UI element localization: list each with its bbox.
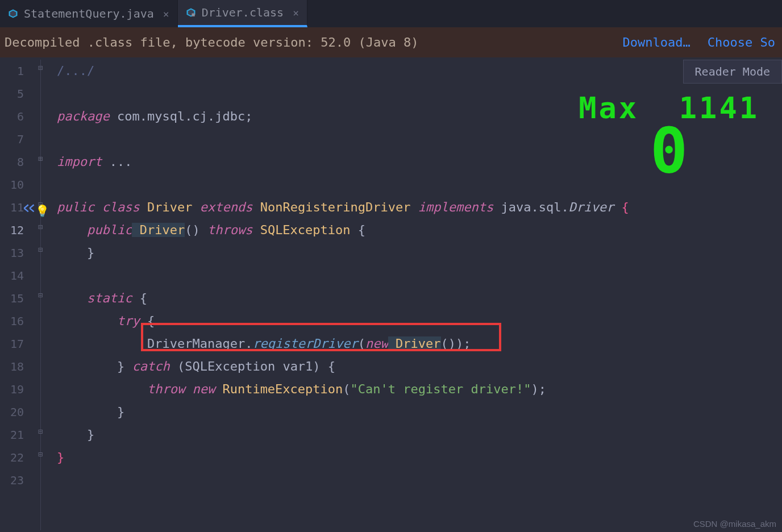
code-content[interactable]: /.../ package com.mysql.cj.jdbc; import … — [57, 57, 782, 530]
fold-marker-icon[interactable]: ⊟ — [37, 292, 44, 298]
line-number: 23 — [0, 469, 24, 492]
line-number: 13 — [0, 242, 24, 264]
line-number: 6 — [0, 105, 24, 128]
choose-sources-link[interactable]: Choose So — [708, 35, 775, 49]
tab-label: StatementQuery.java — [24, 7, 154, 20]
banner-text: Decompiled .class file, bytecode version… — [5, 35, 418, 49]
line-number: 16 — [0, 310, 24, 332]
tab-driver[interactable]: Driver.class × — [178, 0, 307, 27]
fold-marker-icon[interactable]: ⊟ — [37, 223, 44, 230]
editor-area[interactable]: 156781011121314151617181920212223 ⊟ ⊞ ⊟ … — [0, 57, 782, 530]
lightbulb-icon[interactable]: 💡 — [35, 200, 49, 222]
line-number: 7 — [0, 128, 24, 151]
line-number: 17 — [0, 332, 24, 355]
implements-gutter-icon[interactable] — [23, 198, 35, 206]
fold-marker-icon[interactable]: ⊟ — [37, 428, 44, 435]
line-number: 8 — [0, 151, 24, 173]
watermark: CSDN @mikasa_akm — [693, 519, 776, 529]
line-number: 14 — [0, 264, 24, 287]
close-icon[interactable]: × — [163, 8, 169, 20]
decompile-banner: Decompiled .class file, bytecode version… — [0, 27, 782, 57]
download-link[interactable]: Download… — [623, 35, 691, 49]
fold-marker-icon[interactable]: ⊞ — [37, 155, 44, 162]
line-number: 5 — [0, 82, 24, 105]
editor-tabs: StatementQuery.java × Driver.class × — [0, 0, 782, 27]
line-number: 20 — [0, 401, 24, 423]
fold-gutter: ⊟ ⊞ ⊟ ⊟ ⊟ ⊟ ⊟ ⊟ 💡 — [24, 57, 57, 530]
tab-statementquery[interactable]: StatementQuery.java × — [0, 0, 178, 27]
line-number: 1 — [0, 60, 24, 82]
fold-marker-icon[interactable]: ⊟ — [37, 451, 44, 458]
line-number: 15 — [0, 287, 24, 310]
fold-marker-icon[interactable]: ⊟ — [37, 64, 44, 71]
line-number: 11 — [0, 196, 24, 219]
line-number: 18 — [0, 355, 24, 378]
class-file-icon — [186, 7, 196, 18]
svg-rect-4 — [192, 14, 194, 16]
line-number: 10 — [0, 173, 24, 196]
close-icon[interactable]: × — [293, 7, 299, 19]
line-number: 19 — [0, 378, 24, 401]
line-gutter: 156781011121314151617181920212223 — [0, 57, 24, 530]
java-file-icon — [8, 9, 18, 19]
tab-label: Driver.class — [202, 6, 284, 19]
line-number: 12 — [0, 219, 24, 242]
fold-marker-icon[interactable]: ⊟ — [37, 246, 44, 253]
line-number: 22 — [0, 446, 24, 469]
line-number: 21 — [0, 423, 24, 446]
